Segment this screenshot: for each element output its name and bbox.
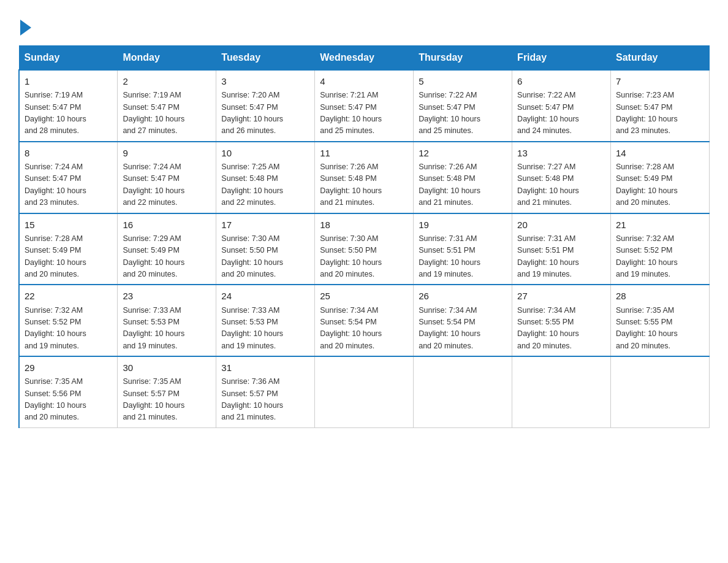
day-number: 6 — [517, 74, 605, 88]
logo — [18, 18, 31, 33]
day-number: 8 — [25, 146, 112, 160]
calendar-cell: 28Sunrise: 7:35 AMSunset: 5:55 PMDayligh… — [611, 285, 710, 356]
day-info: Sunrise: 7:28 AMSunset: 5:49 PMDaylight:… — [25, 234, 86, 278]
day-number: 27 — [517, 289, 605, 303]
week-row-1: 1Sunrise: 7:19 AMSunset: 5:47 PMDaylight… — [19, 70, 710, 142]
calendar-cell: 2Sunrise: 7:19 AMSunset: 5:47 PMDaylight… — [118, 70, 216, 142]
calendar-cell: 25Sunrise: 7:34 AMSunset: 5:54 PMDayligh… — [315, 285, 414, 356]
calendar-cell: 23Sunrise: 7:33 AMSunset: 5:53 PMDayligh… — [118, 285, 216, 356]
calendar-cell: 10Sunrise: 7:25 AMSunset: 5:48 PMDayligh… — [216, 142, 315, 213]
day-number: 21 — [616, 218, 704, 232]
header-sunday: Sunday — [19, 46, 118, 71]
day-number: 7 — [616, 74, 704, 88]
day-info: Sunrise: 7:35 AMSunset: 5:56 PMDaylight:… — [25, 377, 86, 421]
day-info: Sunrise: 7:26 AMSunset: 5:48 PMDaylight:… — [320, 163, 382, 207]
calendar-table: SundayMondayTuesdayWednesdayThursdayFrid… — [18, 45, 710, 428]
week-row-5: 29Sunrise: 7:35 AMSunset: 5:56 PMDayligh… — [19, 356, 710, 427]
day-number: 29 — [25, 361, 112, 375]
day-number: 20 — [517, 218, 605, 232]
day-info: Sunrise: 7:24 AMSunset: 5:47 PMDaylight:… — [25, 163, 86, 207]
calendar-cell: 29Sunrise: 7:35 AMSunset: 5:56 PMDayligh… — [19, 356, 118, 427]
day-number: 14 — [616, 146, 704, 160]
day-number: 24 — [221, 289, 309, 303]
day-info: Sunrise: 7:28 AMSunset: 5:49 PMDaylight:… — [616, 163, 678, 207]
calendar-cell: 26Sunrise: 7:34 AMSunset: 5:54 PMDayligh… — [414, 285, 512, 356]
calendar-cell: 17Sunrise: 7:30 AMSunset: 5:50 PMDayligh… — [216, 213, 315, 285]
day-info: Sunrise: 7:34 AMSunset: 5:54 PMDaylight:… — [419, 306, 480, 350]
calendar-cell: 21Sunrise: 7:32 AMSunset: 5:52 PMDayligh… — [611, 213, 710, 285]
calendar-cell: 11Sunrise: 7:26 AMSunset: 5:48 PMDayligh… — [315, 142, 414, 213]
day-number: 13 — [517, 146, 605, 160]
day-number: 11 — [320, 146, 408, 160]
day-info: Sunrise: 7:35 AMSunset: 5:57 PMDaylight:… — [123, 377, 184, 421]
day-number: 23 — [123, 289, 211, 303]
week-row-3: 15Sunrise: 7:28 AMSunset: 5:49 PMDayligh… — [19, 213, 710, 285]
header-tuesday: Tuesday — [216, 46, 315, 71]
calendar-cell: 30Sunrise: 7:35 AMSunset: 5:57 PMDayligh… — [118, 356, 216, 427]
day-number: 9 — [123, 146, 211, 160]
calendar-cell: 20Sunrise: 7:31 AMSunset: 5:51 PMDayligh… — [512, 213, 611, 285]
header-monday: Monday — [118, 46, 216, 71]
calendar-cell — [611, 356, 710, 427]
day-info: Sunrise: 7:23 AMSunset: 5:47 PMDaylight:… — [616, 91, 678, 135]
day-info: Sunrise: 7:32 AMSunset: 5:52 PMDaylight:… — [616, 234, 678, 278]
day-number: 3 — [221, 74, 309, 88]
logo-arrow-icon — [20, 20, 31, 36]
calendar-cell: 6Sunrise: 7:22 AMSunset: 5:47 PMDaylight… — [512, 70, 611, 142]
day-number: 18 — [320, 218, 408, 232]
day-info: Sunrise: 7:34 AMSunset: 5:54 PMDaylight:… — [320, 306, 382, 350]
calendar-cell — [512, 356, 611, 427]
day-number: 26 — [419, 289, 507, 303]
day-info: Sunrise: 7:31 AMSunset: 5:51 PMDaylight:… — [517, 234, 579, 278]
calendar-cell: 3Sunrise: 7:20 AMSunset: 5:47 PMDaylight… — [216, 70, 315, 142]
day-number: 25 — [320, 289, 408, 303]
day-info: Sunrise: 7:22 AMSunset: 5:47 PMDaylight:… — [517, 91, 579, 135]
calendar-cell: 16Sunrise: 7:29 AMSunset: 5:49 PMDayligh… — [118, 213, 216, 285]
week-row-4: 22Sunrise: 7:32 AMSunset: 5:52 PMDayligh… — [19, 285, 710, 356]
day-number: 19 — [419, 218, 507, 232]
day-number: 22 — [25, 289, 112, 303]
calendar-cell: 14Sunrise: 7:28 AMSunset: 5:49 PMDayligh… — [611, 142, 710, 213]
day-info: Sunrise: 7:22 AMSunset: 5:47 PMDaylight:… — [419, 91, 480, 135]
calendar-cell: 5Sunrise: 7:22 AMSunset: 5:47 PMDaylight… — [414, 70, 512, 142]
day-number: 30 — [123, 361, 211, 375]
calendar-cell: 15Sunrise: 7:28 AMSunset: 5:49 PMDayligh… — [19, 213, 118, 285]
calendar-cell: 31Sunrise: 7:36 AMSunset: 5:57 PMDayligh… — [216, 356, 315, 427]
day-number: 28 — [616, 289, 704, 303]
day-info: Sunrise: 7:30 AMSunset: 5:50 PMDaylight:… — [221, 234, 283, 278]
day-number: 1 — [25, 74, 112, 88]
calendar-cell: 18Sunrise: 7:30 AMSunset: 5:50 PMDayligh… — [315, 213, 414, 285]
calendar-cell: 27Sunrise: 7:34 AMSunset: 5:55 PMDayligh… — [512, 285, 611, 356]
header-saturday: Saturday — [611, 46, 710, 71]
header — [18, 12, 710, 33]
day-number: 2 — [123, 74, 211, 88]
calendar-cell: 13Sunrise: 7:27 AMSunset: 5:48 PMDayligh… — [512, 142, 611, 213]
day-info: Sunrise: 7:26 AMSunset: 5:48 PMDaylight:… — [419, 163, 480, 207]
day-number: 4 — [320, 74, 408, 88]
day-number: 31 — [221, 361, 309, 375]
calendar-cell: 12Sunrise: 7:26 AMSunset: 5:48 PMDayligh… — [414, 142, 512, 213]
day-info: Sunrise: 7:25 AMSunset: 5:48 PMDaylight:… — [221, 163, 283, 207]
calendar-cell: 4Sunrise: 7:21 AMSunset: 5:47 PMDaylight… — [315, 70, 414, 142]
day-info: Sunrise: 7:30 AMSunset: 5:50 PMDaylight:… — [320, 234, 382, 278]
day-info: Sunrise: 7:21 AMSunset: 5:47 PMDaylight:… — [320, 91, 382, 135]
day-number: 16 — [123, 218, 211, 232]
day-info: Sunrise: 7:27 AMSunset: 5:48 PMDaylight:… — [517, 163, 579, 207]
calendar-cell — [414, 356, 512, 427]
day-info: Sunrise: 7:32 AMSunset: 5:52 PMDaylight:… — [25, 306, 86, 350]
calendar-cell: 8Sunrise: 7:24 AMSunset: 5:47 PMDaylight… — [19, 142, 118, 213]
day-number: 10 — [221, 146, 309, 160]
day-info: Sunrise: 7:33 AMSunset: 5:53 PMDaylight:… — [123, 306, 184, 350]
header-thursday: Thursday — [414, 46, 512, 71]
day-info: Sunrise: 7:29 AMSunset: 5:49 PMDaylight:… — [123, 234, 184, 278]
day-info: Sunrise: 7:31 AMSunset: 5:51 PMDaylight:… — [419, 234, 480, 278]
week-row-2: 8Sunrise: 7:24 AMSunset: 5:47 PMDaylight… — [19, 142, 710, 213]
day-info: Sunrise: 7:20 AMSunset: 5:47 PMDaylight:… — [221, 91, 283, 135]
day-info: Sunrise: 7:19 AMSunset: 5:47 PMDaylight:… — [25, 91, 86, 135]
day-info: Sunrise: 7:35 AMSunset: 5:55 PMDaylight:… — [616, 306, 678, 350]
day-number: 17 — [221, 218, 309, 232]
calendar-cell: 19Sunrise: 7:31 AMSunset: 5:51 PMDayligh… — [414, 213, 512, 285]
calendar-cell: 9Sunrise: 7:24 AMSunset: 5:47 PMDaylight… — [118, 142, 216, 213]
day-number: 5 — [419, 74, 507, 88]
day-number: 12 — [419, 146, 507, 160]
